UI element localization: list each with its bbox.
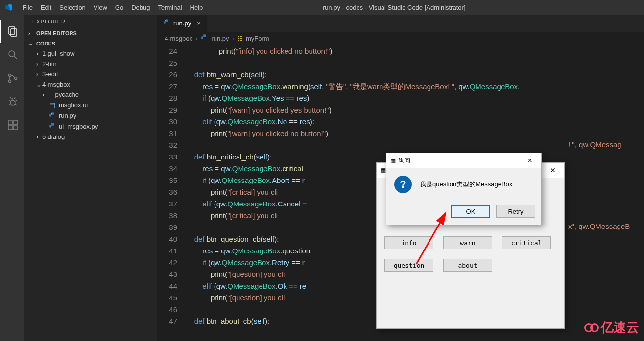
activity-extensions-icon[interactable] xyxy=(0,114,24,137)
vscode-logo-icon xyxy=(4,2,14,12)
code-line[interactable]: 25 xyxy=(157,57,644,69)
folder-item[interactable]: ›2-btn xyxy=(24,59,157,69)
chevron-down-icon: ⌄ xyxy=(36,81,42,88)
line-number: 43 xyxy=(157,269,186,280)
file-item[interactable]: run.py xyxy=(24,110,157,121)
line-number: 31 xyxy=(157,128,186,139)
svg-rect-10 xyxy=(13,126,17,130)
svg-point-5 xyxy=(9,80,11,83)
file-item[interactable]: ui_msgbox.py xyxy=(24,121,157,132)
folder-item[interactable]: ⌄4-msgbox xyxy=(24,79,157,90)
tab-close-icon[interactable]: × xyxy=(197,20,201,27)
code-line[interactable]: 24 print("[info] you clicked no button!"… xyxy=(157,45,644,57)
activity-source-control-icon[interactable] xyxy=(0,67,24,90)
folder-item[interactable]: ›5-dialog xyxy=(24,132,157,142)
line-number: 38 xyxy=(157,210,186,222)
form-warn-button[interactable]: warn xyxy=(443,236,492,249)
folder-item[interactable]: ›__pycache__ xyxy=(24,90,157,100)
svg-point-7 xyxy=(10,100,15,105)
breadcrumb-symbol[interactable]: myForm xyxy=(246,35,269,42)
svg-rect-1 xyxy=(11,29,17,36)
watermark-icon xyxy=(590,323,599,332)
workspace-root-section[interactable]: ⌄ CODES xyxy=(24,38,157,48)
form-critical-button[interactable]: critical xyxy=(502,236,551,249)
line-number: 25 xyxy=(157,57,186,69)
line-number: 30 xyxy=(157,116,186,128)
tree-item-label: 2-btn xyxy=(42,60,57,68)
chevron-right-icon: › xyxy=(36,133,42,140)
menu-terminal[interactable]: Terminal xyxy=(154,4,186,11)
watermark-text: 亿速云 xyxy=(601,319,639,336)
folder-item[interactable]: ›3-edit xyxy=(24,69,157,79)
form-question-button[interactable]: question xyxy=(384,259,433,272)
breadcrumb-separator-icon: › xyxy=(195,35,197,42)
menu-file[interactable]: File xyxy=(19,4,37,11)
tree-item-label: 4-msgbox xyxy=(42,81,70,88)
breadcrumb-folder[interactable]: 4-msgbox xyxy=(165,35,192,42)
code-overflow-line-34: ! ", qw.QMessag xyxy=(568,140,621,149)
open-editors-section[interactable]: › OPEN EDITORS xyxy=(24,28,157,38)
messagebox-close-icon[interactable]: ✕ xyxy=(523,157,537,164)
chevron-down-icon: ⌄ xyxy=(28,40,34,46)
form-about-button[interactable]: about xyxy=(443,259,492,272)
code-line[interactable]: 28 if (qw.QMessageBox.Yes == res): xyxy=(157,92,644,104)
breadcrumb-file[interactable]: run.py xyxy=(211,35,229,42)
folder-item[interactable]: ›1-gui_show xyxy=(24,48,157,59)
breadcrumbs[interactable]: 4-msgbox › run.py › ☷ myForm xyxy=(157,32,644,45)
tab-run-py[interactable]: run.py × xyxy=(157,15,207,32)
code-line[interactable]: 29 print("[warn] you clicked yes button!… xyxy=(157,104,644,116)
line-number: 27 xyxy=(157,81,186,92)
menu-selection[interactable]: Selection xyxy=(55,4,89,11)
svg-rect-8 xyxy=(8,121,12,125)
python-file-icon xyxy=(163,19,170,28)
messagebox-titlebar[interactable]: ▦ 询问 ✕ xyxy=(386,153,541,168)
svg-point-4 xyxy=(9,74,11,77)
line-number: 42 xyxy=(157,257,186,269)
tree-item-label: 1-gui_show xyxy=(42,50,75,57)
activity-explorer-icon[interactable] xyxy=(0,20,24,43)
svg-point-12 xyxy=(51,113,51,114)
code-line[interactable]: 26 def btn_warn_cb(self): xyxy=(157,69,644,81)
form-app-icon: ▦ xyxy=(381,167,386,174)
chevron-right-icon: › xyxy=(36,60,42,68)
titlebar: File Edit Selection View Go Debug Termin… xyxy=(0,0,644,15)
activity-search-icon[interactable] xyxy=(0,43,24,67)
svg-point-14 xyxy=(165,20,166,21)
chevron-right-icon: › xyxy=(42,91,48,98)
form-info-button[interactable]: info xyxy=(384,236,433,249)
tab-label: run.py xyxy=(173,20,191,27)
editor-tabs: run.py × xyxy=(157,15,644,32)
code-line[interactable]: 27 res = qw.QMessageBox.warning(self, "警… xyxy=(157,81,644,92)
line-number: 45 xyxy=(157,292,186,304)
line-number: 47 xyxy=(157,316,186,327)
python-file-icon xyxy=(200,34,208,43)
file-item[interactable]: ▤msgbox.ui xyxy=(24,100,157,110)
line-number: 24 xyxy=(157,45,186,57)
watermark-logo: 亿速云 xyxy=(584,319,639,336)
form-close-icon[interactable]: ✕ xyxy=(546,166,560,174)
svg-point-6 xyxy=(15,77,17,80)
messagebox-retry-button[interactable]: Retry xyxy=(496,205,535,218)
file-tree: ›1-gui_show›2-btn›3-edit⌄4-msgbox›__pyca… xyxy=(24,48,157,142)
explorer-title: EXPLORER xyxy=(24,15,157,28)
tree-item-label: ui_msgbox.py xyxy=(59,123,98,130)
menu-help[interactable]: Help xyxy=(186,4,207,11)
code-line[interactable]: 31 print("[warn] you clicked no button!"… xyxy=(157,128,644,139)
code-line[interactable]: 30 elif (qw.QMessageBox.No == res): xyxy=(157,116,644,128)
line-number: 35 xyxy=(157,175,186,186)
tree-item-label: 3-edit xyxy=(42,70,58,78)
activity-debug-icon[interactable] xyxy=(0,90,24,114)
chevron-right-icon: › xyxy=(28,30,34,36)
breadcrumb-separator-icon: › xyxy=(232,35,234,42)
menu-edit[interactable]: Edit xyxy=(37,4,55,11)
messagebox-ok-button[interactable]: OK xyxy=(451,205,490,218)
svg-rect-11 xyxy=(14,120,18,124)
menu-debug[interactable]: Debug xyxy=(127,4,154,11)
menu-go[interactable]: Go xyxy=(111,4,127,11)
line-number: 32 xyxy=(157,139,186,151)
menu-view[interactable]: View xyxy=(90,4,111,11)
line-number: 36 xyxy=(157,186,186,198)
tree-item-label: run.py xyxy=(59,112,76,119)
line-number: 33 xyxy=(157,151,186,163)
svg-rect-0 xyxy=(9,27,15,34)
